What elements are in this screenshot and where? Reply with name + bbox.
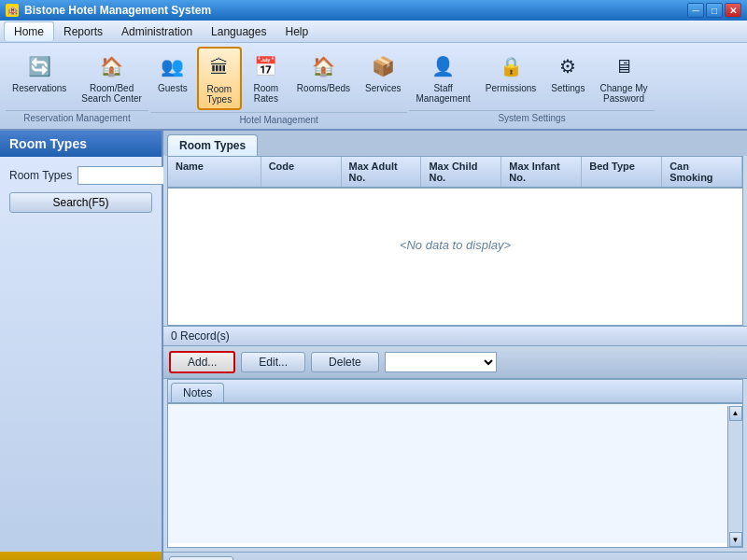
permissions-label: Permissions — [486, 83, 536, 93]
status-bar: 0 Record(s) — [163, 326, 747, 346]
toolbar-permissions[interactable]: 🔒 Permissions — [479, 47, 543, 108]
col-name: Name — [168, 157, 261, 187]
notes-section: Notes ▲ ▼ — [167, 379, 743, 549]
tab-notes[interactable]: Notes — [171, 383, 224, 402]
menu-languages[interactable]: Languages — [202, 22, 275, 41]
sidebar-footer: Room Types — [0, 552, 162, 560]
notes-edit-bar: Edit... — [163, 552, 747, 560]
delete-button[interactable]: Delete — [311, 352, 379, 372]
room-rates-label: RoomRates — [254, 83, 279, 104]
reservations-icon: 🔄 — [24, 51, 54, 81]
menu-help[interactable]: Help — [275, 22, 317, 41]
content-tab-bar: Room Types — [163, 131, 747, 156]
room-rates-icon: 📅 — [251, 51, 281, 81]
toolbar-reservations[interactable]: 🔄 Reservations — [6, 47, 73, 108]
titlebar: 🏨 Bistone Hotel Management System ─ □ ✕ — [0, 0, 747, 21]
guests-label: Guests — [158, 83, 188, 93]
toolbar-rooms-beds[interactable]: 🏠 Rooms/Beds — [290, 47, 357, 110]
menu-reports[interactable]: Reports — [54, 22, 112, 41]
notes-edit-button[interactable]: Edit... — [169, 556, 233, 560]
rooms-beds-icon: 🏠 — [308, 51, 338, 81]
change-password-icon: 🖥 — [609, 51, 639, 81]
room-bed-icon: 🏠 — [97, 51, 127, 81]
reservation-group-label: Reservation Management — [6, 110, 148, 123]
toolbar-row-system: 👤 StaffManagement 🔒 Permissions ⚙ Settin… — [409, 47, 654, 108]
tab-room-types[interactable]: Room Types — [167, 134, 258, 156]
scroll-down[interactable]: ▼ — [729, 532, 742, 547]
toolbar-guests[interactable]: 👥 Guests — [150, 47, 195, 110]
room-types-label: RoomTypes — [207, 84, 233, 105]
services-label: Services — [365, 83, 401, 93]
toolbar-room-types[interactable]: 🏛 RoomTypes — [197, 47, 242, 110]
hotel-group-label: Hotel Management — [150, 112, 408, 125]
sidebar: Room Types Room Types Search(F5) Room Ty… — [0, 131, 163, 560]
sidebar-content: Room Types Search(F5) — [0, 157, 162, 552]
data-grid: Name Code Max Adult No. Max Child No. Ma… — [167, 156, 743, 326]
settings-label: Settings — [551, 83, 585, 93]
toolbar-row: 🔄 Reservations 🏠 Room/BedSearch Center — [6, 47, 148, 108]
add-button[interactable]: Add... — [169, 351, 235, 373]
sidebar-field-row: Room Types — [9, 166, 152, 185]
system-group-label: System Settings — [409, 110, 654, 123]
toolbar-room-bed-search[interactable]: 🏠 Room/BedSearch Center — [75, 47, 148, 108]
toolbar-row-hotel: 👥 Guests 🏛 RoomTypes 📅 RoomRates 🏠 Rooms… — [150, 47, 408, 110]
permissions-icon: 🔒 — [496, 51, 526, 81]
titlebar-controls: ─ □ ✕ — [687, 3, 741, 18]
edit-button[interactable]: Edit... — [241, 352, 305, 372]
col-max-child: Max Child No. — [421, 157, 501, 187]
toolbar-change-password[interactable]: 🖥 Change MyPassword — [593, 47, 654, 108]
minimize-button[interactable]: ─ — [687, 3, 704, 18]
col-bed-type: Bed Type — [582, 157, 662, 187]
guests-icon: 👥 — [158, 51, 188, 81]
record-count: 0 Record(s) — [171, 329, 230, 343]
col-max-adult: Max Adult No. — [342, 157, 422, 187]
services-icon: 📦 — [368, 51, 398, 81]
reservations-label: Reservations — [12, 83, 66, 93]
content-area: Room Types Name Code Max Adult No. Max C… — [163, 131, 747, 560]
staff-icon: 👤 — [429, 51, 458, 81]
toolbar-services[interactable]: 📦 Services — [359, 47, 407, 110]
titlebar-title: Bistone Hotel Management System — [24, 4, 211, 17]
col-max-infant: Max Infant No. — [501, 157, 582, 187]
app-icon: 🏨 — [6, 4, 19, 17]
action-bar: Add... Edit... Delete — [163, 346, 747, 379]
col-code: Code — [261, 157, 342, 187]
close-button[interactable]: ✕ — [725, 3, 741, 18]
toolbar-settings[interactable]: ⚙ Settings — [544, 47, 591, 108]
sidebar-title: Room Types — [0, 131, 162, 157]
menu-home[interactable]: Home — [4, 21, 54, 41]
toolbar-group-reservation: 🔄 Reservations 🏠 Room/BedSearch Center R… — [6, 47, 148, 125]
room-types-field-label: Room Types — [9, 169, 72, 182]
change-password-label: Change MyPassword — [599, 83, 647, 104]
toolbar-group-system: 👤 StaffManagement 🔒 Permissions ⚙ Settin… — [409, 47, 654, 125]
search-button[interactable]: Search(F5) — [9, 192, 152, 213]
toolbar: 🔄 Reservations 🏠 Room/BedSearch Center R… — [0, 43, 747, 131]
rooms-beds-label: Rooms/Beds — [297, 83, 350, 93]
col-smoking: Can Smoking — [662, 157, 742, 187]
notes-tab-bar: Notes — [168, 380, 742, 402]
staff-label: StaffManagement — [416, 83, 470, 104]
main-area: Room Types Room Types Search(F5) Room Ty… — [0, 131, 747, 560]
notes-body — [168, 402, 742, 544]
menubar: Home Reports Administration Languages He… — [0, 21, 747, 43]
scroll-up[interactable]: ▲ — [729, 406, 742, 421]
titlebar-left: 🏨 Bistone Hotel Management System — [6, 4, 211, 17]
menu-administration[interactable]: Administration — [112, 22, 202, 41]
maximize-button[interactable]: □ — [706, 3, 723, 18]
action-dropdown[interactable] — [385, 352, 497, 372]
toolbar-group-hotel: 👥 Guests 🏛 RoomTypes 📅 RoomRates 🏠 Rooms… — [150, 47, 408, 125]
room-types-icon: 🏛 — [204, 52, 234, 82]
toolbar-staff-management[interactable]: 👤 StaffManagement — [409, 47, 476, 108]
grid-header: Name Code Max Adult No. Max Child No. Ma… — [168, 157, 742, 189]
grid-empty-message: <No data to display> — [168, 189, 742, 301]
notes-scrollbar: ▲ ▼ — [727, 406, 742, 548]
room-bed-label: Room/BedSearch Center — [81, 83, 141, 104]
toolbar-room-rates[interactable]: 📅 RoomRates — [244, 47, 289, 110]
settings-icon: ⚙ — [553, 51, 583, 81]
